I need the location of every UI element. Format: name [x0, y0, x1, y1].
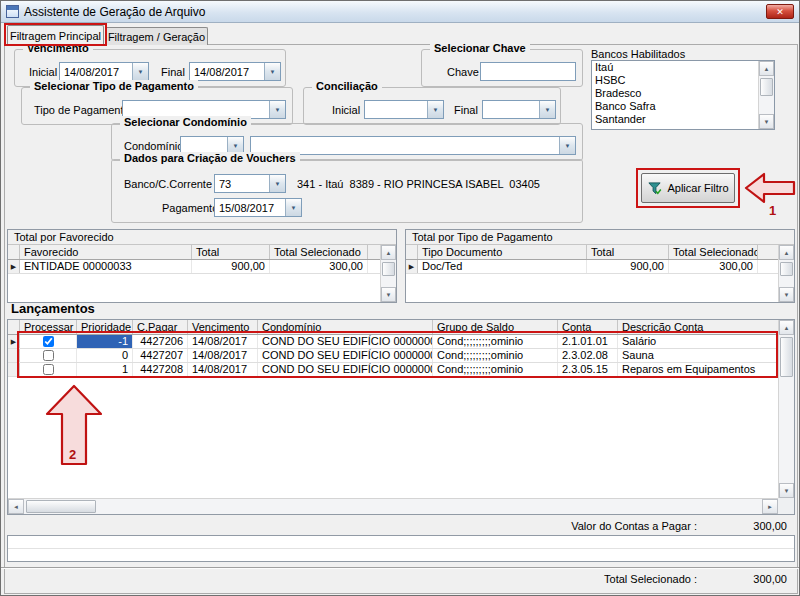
scroll-up-icon[interactable]: ▲ [381, 245, 396, 260]
scroll-left-icon[interactable]: ◄ [8, 499, 24, 514]
cell-processar[interactable] [20, 349, 77, 362]
processar-checkbox[interactable] [43, 364, 54, 375]
column-header-tipo-documento[interactable]: Tipo Documento [418, 245, 587, 259]
column-header-vencimento[interactable]: Vencimento [188, 320, 258, 334]
cell-total[interactable]: 900,00 [192, 260, 270, 273]
conciliacao-final-select[interactable]: ▼ [482, 100, 556, 119]
cell-cpagar[interactable]: 4427208 [133, 363, 188, 376]
scroll-up-icon[interactable]: ▲ [759, 61, 774, 76]
dropdown-icon[interactable]: ▼ [539, 101, 555, 118]
cell-tipo-documento[interactable]: Doc/Ted [418, 260, 587, 273]
cell-condominio[interactable]: COND DO SEU EDIFÍCIO 00000008 [258, 335, 433, 348]
processar-checkbox[interactable] [43, 350, 54, 361]
column-header-total-selecionado[interactable]: Total Selecionado [270, 245, 368, 259]
scrollbar-track[interactable] [779, 335, 794, 483]
scroll-down-icon[interactable]: ▼ [779, 483, 794, 498]
cell-conta[interactable]: 2.3.05.15 [558, 363, 618, 376]
vertical-scrollbar[interactable]: ▲ ▼ [758, 61, 774, 129]
column-header-prioridade[interactable]: Prioridade [77, 320, 133, 334]
dropdown-icon[interactable]: ▼ [264, 63, 280, 80]
scroll-down-icon[interactable]: ▼ [779, 287, 794, 302]
cell-processar[interactable] [20, 363, 77, 376]
cell-descricao[interactable]: Salário [618, 335, 778, 348]
scroll-right-icon[interactable]: ► [762, 499, 778, 514]
scroll-up-icon[interactable]: ▲ [779, 320, 794, 335]
conciliacao-inicial-select[interactable]: ▼ [364, 100, 444, 119]
cell-total-selecionado[interactable]: 300,00 [270, 260, 368, 273]
vencimento-inicial-picker[interactable]: 14/08/2017 ▼ [59, 62, 149, 81]
lancamento-row[interactable]: ▶ -1 4427206 14/08/2017 COND DO SEU EDIF… [8, 335, 778, 349]
cell-total[interactable]: 900,00 [587, 260, 669, 273]
cell-condominio[interactable]: COND DO SEU EDIFÍCIO 00000008 [258, 349, 433, 362]
column-header-cpagar[interactable]: C.Pagar [133, 320, 188, 334]
favorecido-row[interactable]: ▶ ENTIDADE 00000033 900,00 300,00 [8, 260, 380, 274]
scroll-up-icon[interactable]: ▲ [779, 245, 794, 260]
dropdown-icon[interactable]: ▼ [427, 101, 443, 118]
dropdown-icon[interactable]: ▼ [269, 101, 285, 118]
column-header-processar[interactable]: Processar [20, 320, 77, 334]
banco-conta-select[interactable]: 73 ▼ [214, 174, 286, 193]
list-item-banco[interactable]: HSBC [592, 74, 774, 87]
cell-vencimento[interactable]: 14/08/2017 [188, 363, 258, 376]
list-item-banco[interactable]: Itaú [592, 61, 774, 74]
scrollbar-track[interactable] [759, 76, 774, 114]
close-button[interactable]: ✕ [766, 4, 794, 19]
cell-vencimento[interactable]: 14/08/2017 [188, 335, 258, 348]
vencimento-final-picker[interactable]: 14/08/2017 ▼ [189, 62, 281, 81]
scroll-down-icon[interactable]: ▼ [759, 114, 774, 129]
pagamento-picker[interactable]: 15/08/2017 ▼ [214, 198, 302, 217]
column-header-total[interactable]: Total [192, 245, 270, 259]
cell-processar[interactable] [20, 335, 77, 348]
aplicar-filtro-button[interactable]: Aplicar Filtro [641, 173, 735, 203]
lancamento-row[interactable]: 0 4427207 14/08/2017 COND DO SEU EDIFÍCI… [8, 349, 778, 363]
column-header-grupo-saldo[interactable]: Grupo de Saldo [433, 320, 558, 334]
list-item-banco[interactable]: Bradesco [592, 87, 774, 100]
cell-prioridade[interactable]: -1 [77, 335, 133, 348]
title-bar[interactable]: Assistente de Geração de Arquivo ✕ [1, 1, 799, 23]
chave-input[interactable] [480, 62, 576, 81]
column-header-favorecido[interactable]: Favorecido [20, 245, 192, 259]
cell-descricao[interactable]: Sauna [618, 349, 778, 362]
column-header-descricao[interactable]: Descrição Conta [618, 320, 778, 334]
lancamento-row[interactable]: 1 4427208 14/08/2017 COND DO SEU EDIFÍCI… [8, 363, 778, 377]
cell-descricao[interactable]: Reparos em Equipamentos [618, 363, 778, 376]
scrollbar-thumb[interactable] [26, 500, 96, 513]
cell-conta[interactable]: 2.3.02.08 [558, 349, 618, 362]
list-item-banco[interactable]: Santander [592, 113, 774, 126]
scrollbar-thumb[interactable] [382, 262, 395, 276]
column-header-conta[interactable]: Conta [558, 320, 618, 334]
dropdown-icon[interactable]: ▼ [132, 63, 148, 80]
column-header-total[interactable]: Total [587, 245, 669, 259]
processar-checkbox[interactable] [43, 336, 54, 347]
cell-grupo-saldo[interactable]: Cond;;;;;;;;;ominio [433, 335, 558, 348]
cell-prioridade[interactable]: 1 [77, 363, 133, 376]
vertical-scrollbar[interactable]: ▲ ▼ [380, 245, 396, 302]
cell-vencimento[interactable]: 14/08/2017 [188, 349, 258, 362]
tab-filtragem-geracao[interactable]: Filtragem / Geração [105, 27, 208, 45]
cell-prioridade[interactable]: 0 [77, 349, 133, 362]
cell-total-selecionado[interactable]: 300,00 [669, 260, 758, 273]
dropdown-icon[interactable]: ▼ [559, 137, 575, 154]
column-header-condominio[interactable]: Condomínio [258, 320, 433, 334]
tipo-row[interactable]: ▶ Doc/Ted 900,00 300,00 [406, 260, 778, 274]
scrollbar-thumb[interactable] [780, 337, 793, 377]
tab-filtragem-principal[interactable]: Filtragem Principal [7, 25, 104, 45]
cell-cpagar[interactable]: 4427206 [133, 335, 188, 348]
list-item-banco[interactable]: Banco Safra [592, 100, 774, 113]
column-header-total-selecionado[interactable]: Total Selecionado [669, 245, 758, 259]
vertical-scrollbar[interactable]: ▲ ▼ [778, 245, 794, 302]
scrollbar-track[interactable] [24, 499, 762, 514]
horizontal-scrollbar[interactable]: ◄ ► [8, 498, 778, 514]
scrollbar-thumb[interactable] [760, 78, 773, 96]
cell-grupo-saldo[interactable]: Cond;;;;;;;;;ominio [433, 363, 558, 376]
scrollbar-track[interactable] [779, 260, 794, 287]
vertical-scrollbar[interactable]: ▲ ▼ [778, 320, 794, 498]
dropdown-icon[interactable]: ▼ [285, 199, 301, 216]
scrollbar-thumb[interactable] [780, 262, 793, 276]
cell-favorecido[interactable]: ENTIDADE 00000033 [20, 260, 192, 273]
scroll-down-icon[interactable]: ▼ [381, 287, 396, 302]
cell-condominio[interactable]: COND DO SEU EDIFÍCIO 00000008 [258, 363, 433, 376]
scrollbar-track[interactable] [381, 260, 396, 287]
dropdown-icon[interactable]: ▼ [269, 175, 285, 192]
cell-grupo-saldo[interactable]: Cond;;;;;;;;;ominio [433, 349, 558, 362]
